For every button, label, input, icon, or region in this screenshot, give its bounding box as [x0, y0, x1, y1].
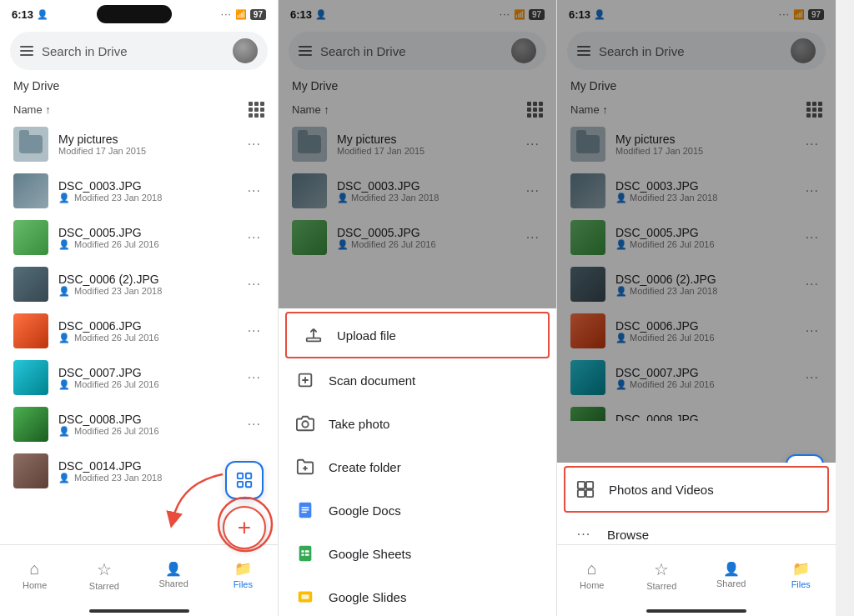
nav-shared-left[interactable]: 👤 Shared [139, 545, 208, 604]
home-indicator-left [89, 609, 189, 613]
svg-rect-17 [301, 553, 304, 555]
grid-view-icon-left[interactable] [249, 102, 264, 118]
folder-thumb [13, 127, 48, 162]
left-panel: 6:13 👤 ··· 📶 97 Search in Drive My Drive… [0, 0, 279, 616]
upload-label: Upload file [337, 328, 396, 343]
svg-rect-0 [238, 473, 243, 478]
svg-rect-27 [578, 490, 585, 497]
svg-rect-12 [301, 509, 309, 510]
nav-starred-label: Starred [89, 581, 119, 591]
scan-icon [235, 471, 254, 489]
file-item-0006[interactable]: DSC_0006.JPG 👤 Modified 26 Jul 2016 ··· [0, 308, 278, 354]
camera-icon [295, 413, 315, 433]
bottom-nav-right: ⌂ Home ☆ Starred 👤 Shared 📁 Files [557, 544, 836, 604]
svg-rect-11 [301, 507, 309, 508]
svg-rect-5 [307, 338, 321, 342]
nav-home-left[interactable]: ⌂ Home [0, 545, 69, 604]
dim-overlay-right [557, 0, 836, 496]
nav-files-right[interactable]: 📁 Files [766, 545, 836, 604]
svg-rect-14 [299, 546, 312, 561]
google-slides-button[interactable]: Google Slides [279, 575, 556, 616]
create-folder-button[interactable]: Create folder [279, 445, 556, 488]
google-sheets-button[interactable]: Google Sheets [279, 532, 556, 575]
svg-rect-1 [246, 473, 251, 478]
search-bar-left[interactable]: Search in Drive [10, 32, 268, 70]
browse-label: Browse [607, 528, 649, 542]
photos-videos-wrapper: Photos and Videos [557, 463, 836, 513]
info-0014: DSC_0014.JPG 👤 Modified 23 Jan 2018 [58, 459, 234, 483]
file-item-0007[interactable]: DSC_0007.JPG 👤 Modified 26 Jul 2016 ··· [0, 354, 278, 401]
info-0006-2: DSC_0006 (2).JPG 👤 Modified 23 Jan 2018 [58, 273, 234, 297]
pill-left [97, 5, 172, 23]
more-0005[interactable]: ··· [244, 227, 264, 248]
take-photo-button[interactable]: Take photo [279, 402, 556, 445]
home-indicator-right [646, 609, 746, 613]
upload-file-button[interactable]: Upload file [285, 312, 550, 358]
browse-icon: ··· [574, 524, 594, 544]
info-0006: DSC_0006.JPG 👤 Modified 26 Jul 2016 [58, 319, 234, 343]
svg-rect-18 [305, 553, 309, 555]
thumb-0008 [13, 407, 48, 442]
file-item-0006-2[interactable]: DSC_0006 (2).JPG 👤 Modified 23 Jan 2018 … [0, 261, 278, 308]
google-slides-label: Google Slides [329, 590, 406, 604]
google-docs-button[interactable]: Google Docs [279, 488, 556, 532]
fab-area-left: + [223, 461, 266, 549]
home-icon: ⌂ [30, 559, 40, 578]
nav-shared-label: Shared [158, 578, 188, 588]
avatar-left[interactable] [233, 38, 258, 63]
nav-starred-left[interactable]: ☆ Starred [69, 545, 138, 604]
more-0006-2[interactable]: ··· [244, 273, 264, 295]
file-meta-folder: Modified 17 Jan 2015 [58, 146, 234, 156]
wifi-left: 📶 [235, 9, 247, 20]
files-icon: 📁 [234, 560, 252, 578]
nav-home-right[interactable]: ⌂ Home [557, 545, 627, 604]
take-photo-label: Take photo [329, 417, 389, 431]
svg-rect-28 [586, 490, 593, 497]
file-item-0003[interactable]: DSC_0003.JPG 👤 Modified 23 Jan 2018 ··· [0, 168, 278, 214]
file-item-0008[interactable]: DSC_0008.JPG 👤 Modified 26 Jul 2016 ··· [0, 401, 278, 448]
nav-files-label: Files [234, 579, 253, 589]
info-0005: DSC_0005.JPG 👤 Modified 26 Jul 2016 [58, 226, 234, 250]
section-header-left: My Drive [0, 77, 278, 97]
person-icon-left: 👤 [37, 9, 48, 20]
photos-videos-label: Photos and Videos [609, 483, 714, 497]
svg-rect-20 [301, 594, 309, 599]
thumb-0006-2 [13, 267, 48, 302]
file-item-folder[interactable]: My pictures Modified 17 Jan 2015 ··· [0, 121, 278, 168]
svg-rect-16 [305, 550, 309, 552]
info-0003: DSC_0003.JPG 👤 Modified 23 Jan 2018 [58, 179, 234, 203]
svg-point-7 [302, 421, 308, 427]
more-0003[interactable]: ··· [244, 180, 264, 202]
more-0006[interactable]: ··· [244, 320, 264, 342]
middle-panel: 6:13 👤 ··· 📶 97 Search in Drive My Drive… [279, 0, 557, 616]
svg-rect-13 [301, 512, 306, 513]
nav-shared-right[interactable]: 👤 Shared [696, 545, 766, 604]
create-folder-icon [295, 457, 315, 477]
more-btn-folder[interactable]: ··· [244, 133, 264, 155]
svg-rect-3 [246, 482, 251, 487]
add-fab-button[interactable]: + [223, 506, 266, 549]
thumb-0005 [13, 220, 48, 255]
more-0007[interactable]: ··· [244, 367, 264, 388]
svg-rect-25 [578, 482, 585, 488]
nav-files-left[interactable]: 📁 Files [208, 545, 278, 604]
google-docs-icon [295, 500, 315, 520]
svg-rect-2 [238, 482, 243, 487]
nav-starred-right[interactable]: ☆ Starred [627, 545, 697, 604]
scan-fab-button[interactable] [225, 461, 264, 499]
scan-document-button[interactable]: Scan document [279, 358, 556, 402]
bottom-nav-left: ⌂ Home ☆ Starred 👤 Shared 📁 Files [0, 544, 278, 604]
upload-icon [304, 325, 324, 345]
svg-rect-15 [301, 550, 304, 552]
search-text-left: Search in Drive [42, 44, 224, 58]
sort-label-left[interactable]: Name ↑ [13, 103, 51, 116]
more-0008[interactable]: ··· [244, 413, 264, 435]
photos-videos-button[interactable]: Photos and Videos [564, 466, 829, 513]
create-folder-label: Create folder [329, 460, 401, 474]
file-item-0005[interactable]: DSC_0005.JPG 👤 Modified 26 Jul 2016 ··· [0, 214, 278, 261]
status-bar-left: 6:13 👤 ··· 📶 97 [0, 0, 278, 27]
hamburger-icon-left[interactable] [20, 46, 33, 56]
thumb-0003 [13, 173, 48, 208]
thumb-0007 [13, 360, 48, 395]
photos-videos-icon [575, 479, 595, 499]
